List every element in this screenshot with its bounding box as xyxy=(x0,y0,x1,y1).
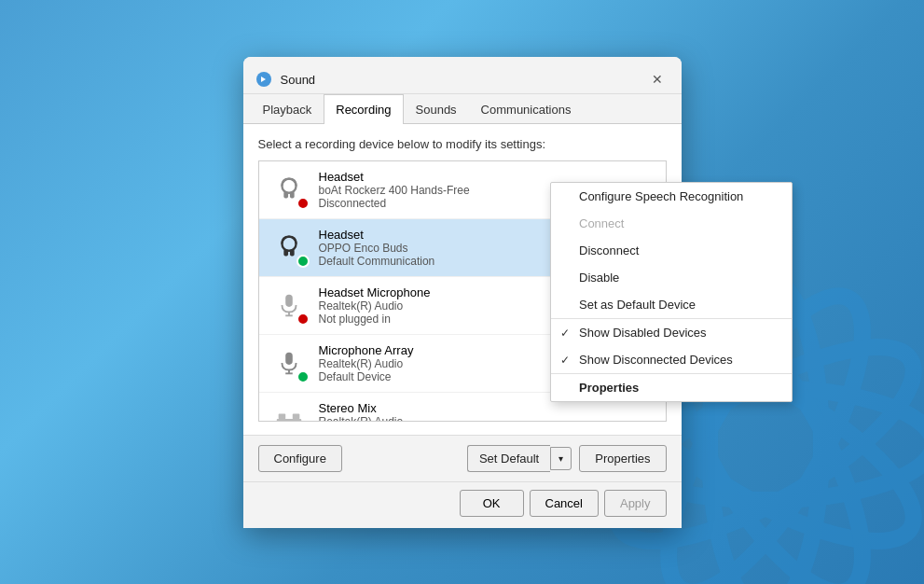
device-icon-wrap-4 xyxy=(269,342,310,383)
ctx-connect: Connect xyxy=(551,210,792,237)
title-bar: Sound ✕ xyxy=(243,57,682,94)
svg-rect-13 xyxy=(285,295,293,307)
device-icon-wrap xyxy=(269,169,310,210)
dialog-footer: OK Cancel Apply xyxy=(243,481,682,528)
set-default-group: Set Default ▾ xyxy=(467,445,572,472)
svg-rect-21 xyxy=(278,413,285,419)
set-default-arrow-button[interactable]: ▾ xyxy=(550,447,572,470)
svg-rect-11 xyxy=(283,249,288,257)
content-description: Select a recording device below to modif… xyxy=(258,137,667,151)
tab-communications[interactable]: Communications xyxy=(469,94,584,124)
tab-recording[interactable]: Recording xyxy=(324,94,403,124)
ctx-show-disabled[interactable]: ✓ Show Disabled Devices xyxy=(551,318,792,346)
svg-rect-22 xyxy=(292,413,299,419)
ctx-show-disconnected[interactable]: ✓ Show Disconnected Devices xyxy=(551,346,792,373)
set-default-button[interactable]: Set Default xyxy=(467,445,550,472)
device-icon-wrap-3 xyxy=(269,285,310,326)
ctx-properties[interactable]: Properties xyxy=(551,373,792,401)
ctx-disconnect[interactable]: Disconnect xyxy=(551,237,792,264)
svg-rect-9 xyxy=(289,191,294,199)
cancel-button[interactable]: Cancel xyxy=(530,490,599,517)
check-icon-disabled: ✓ xyxy=(560,327,570,340)
tab-bar: Playback Recording Sounds Communications xyxy=(243,94,682,124)
tab-sounds[interactable]: Sounds xyxy=(404,94,469,124)
dialog-title: Sound xyxy=(281,73,644,87)
ctx-configure-speech[interactable]: Configure Speech Recognition xyxy=(551,183,792,210)
status-dot-3 xyxy=(297,313,310,326)
svg-rect-12 xyxy=(289,249,294,257)
bottom-bar: Configure Set Default ▾ Properties xyxy=(243,435,682,481)
apply-button[interactable]: Apply xyxy=(604,490,667,517)
tab-playback[interactable]: Playback xyxy=(251,94,324,124)
status-dot-red xyxy=(297,197,310,210)
svg-rect-16 xyxy=(285,353,293,365)
properties-button[interactable]: Properties xyxy=(579,445,666,472)
svg-rect-8 xyxy=(283,191,288,199)
device-icon-wrap-2 xyxy=(269,227,310,268)
ctx-disable[interactable]: Disable xyxy=(551,264,792,291)
check-icon-disconnected: ✓ xyxy=(560,354,570,367)
ok-button[interactable]: OK xyxy=(460,490,524,517)
status-dot-green xyxy=(297,255,310,268)
ctx-set-default[interactable]: Set as Default Device xyxy=(551,291,792,318)
close-button[interactable]: ✕ xyxy=(644,66,670,92)
stereo-mix-icon xyxy=(273,405,305,422)
device-icon-wrap-5: ↓ xyxy=(269,400,310,422)
context-menu: Configure Speech Recognition Connect Dis… xyxy=(550,182,793,402)
status-dot-4 xyxy=(297,370,310,383)
svg-rect-19 xyxy=(276,419,300,421)
configure-button[interactable]: Configure xyxy=(258,445,342,472)
sound-icon xyxy=(255,70,273,89)
device-info-5: Stereo Mix Realtek(R) Audio Disabled xyxy=(319,401,656,422)
